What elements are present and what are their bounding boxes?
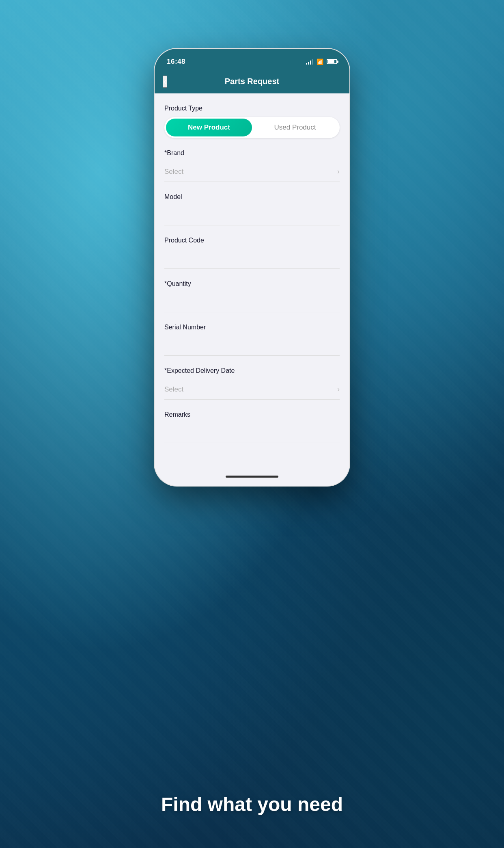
remarks-input[interactable]: [164, 423, 340, 443]
product-type-label: Product Type: [164, 105, 340, 112]
serial-number-input[interactable]: [164, 336, 340, 356]
model-label: Model: [164, 193, 340, 201]
delivery-date-section: *Expected Delivery Date Select ›: [164, 367, 340, 400]
remarks-label: Remarks: [164, 411, 340, 418]
delivery-date-placeholder: Select: [164, 385, 183, 394]
brand-label: *Brand: [164, 149, 340, 157]
delivery-date-chevron-icon: ›: [337, 385, 340, 394]
status-time: 16:48: [167, 58, 185, 66]
product-code-label: Product Code: [164, 237, 340, 244]
serial-number-label: Serial Number: [164, 324, 340, 331]
brand-placeholder: Select: [164, 168, 183, 176]
signal-icon: [306, 59, 313, 65]
wifi-icon: 📶: [317, 58, 323, 65]
home-indicator: [155, 471, 349, 486]
quantity-section: *Quantity: [164, 280, 340, 312]
remarks-section: Remarks: [164, 411, 340, 443]
used-product-option[interactable]: Used Product: [252, 119, 338, 136]
new-product-option[interactable]: New Product: [166, 119, 252, 136]
delivery-date-label: *Expected Delivery Date: [164, 367, 340, 374]
delivery-date-select[interactable]: Select ›: [164, 379, 340, 400]
model-input[interactable]: [164, 206, 340, 225]
model-section: Model: [164, 193, 340, 225]
brand-chevron-icon: ›: [337, 167, 340, 176]
phone-wrapper: 16:48 📶 ‹ Parts Request Product Type: [155, 49, 349, 486]
battery-icon: [327, 59, 337, 64]
brand-section: *Brand Select ›: [164, 149, 340, 182]
brand-select[interactable]: Select ›: [164, 162, 340, 182]
bottom-tagline: Find what you need: [0, 793, 504, 816]
quantity-input[interactable]: [164, 292, 340, 312]
header-title: Parts Request: [225, 77, 280, 86]
form-content: Product Type New Product Used Product *B…: [155, 93, 349, 471]
product-type-toggle: New Product Used Product: [164, 117, 340, 138]
quantity-label: *Quantity: [164, 280, 340, 288]
phone-frame: 16:48 📶 ‹ Parts Request Product Type: [155, 49, 349, 486]
back-icon: ‹: [164, 76, 166, 87]
product-code-input[interactable]: [164, 249, 340, 269]
product-type-section: Product Type New Product Used Product: [164, 105, 340, 138]
app-header: ‹ Parts Request: [155, 71, 349, 93]
product-code-section: Product Code: [164, 237, 340, 269]
status-icons: 📶: [306, 58, 337, 65]
bottom-text-wrapper: Find what you need: [0, 793, 504, 816]
serial-number-section: Serial Number: [164, 324, 340, 356]
status-bar: 16:48 📶: [155, 49, 349, 71]
home-bar: [226, 476, 278, 478]
back-button[interactable]: ‹: [163, 76, 167, 88]
